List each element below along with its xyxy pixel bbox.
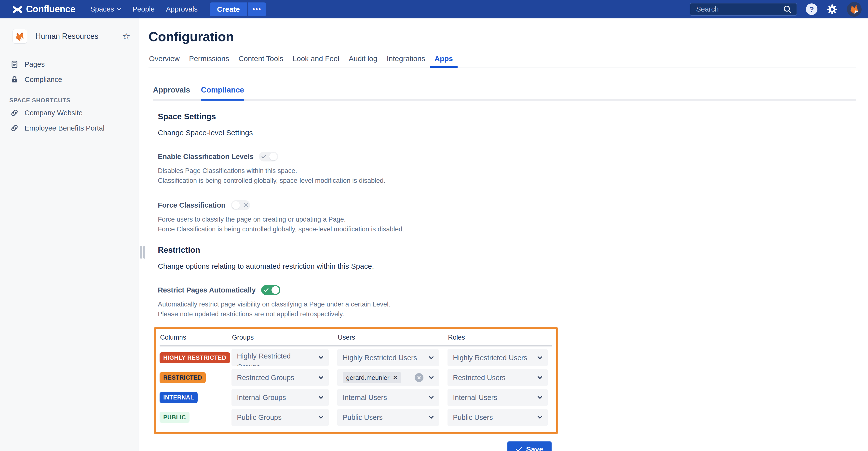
column-header: Roles: [448, 334, 548, 341]
setting-description: Force users to classify the page on crea…: [158, 215, 856, 234]
remove-tag-icon[interactable]: ✕: [393, 374, 398, 381]
chevron-down-icon: [117, 8, 121, 10]
section-heading: Space Settings: [158, 112, 856, 121]
table-row: PUBLIC Public Groups Public Users Public…: [160, 409, 552, 426]
sidebar-item-pages[interactable]: Pages: [0, 57, 139, 72]
nav-item-approvals[interactable]: Approvals: [160, 0, 203, 19]
level-badge-restricted: RESTRICTED: [160, 372, 206, 383]
page-title: Configuration: [149, 29, 856, 44]
space-avatar: [13, 29, 27, 43]
link-icon: [10, 109, 19, 117]
selected-user-tag: gerard.meunier ✕: [343, 372, 401, 383]
check-icon: [261, 155, 266, 159]
create-split-button: Create •••: [210, 2, 266, 16]
confluence-logo[interactable]: Confluence: [12, 4, 75, 14]
chevron-down-icon: [537, 356, 542, 359]
space-shortcuts-header: SPACE SHORTCUTS: [0, 87, 139, 105]
chevron-down-icon: [537, 376, 542, 379]
roles-select[interactable]: Internal Users: [447, 389, 548, 406]
sidebar-resize-handle[interactable]: [140, 246, 145, 259]
shortcut-label: Company Website: [25, 109, 83, 117]
column-header: Users: [338, 334, 439, 341]
tab-integrations[interactable]: Integrations: [382, 55, 430, 67]
table-header-row: Columns Groups Users Roles: [160, 332, 552, 341]
sidebar-item-label: Compliance: [25, 75, 62, 84]
level-badge-highly-restricted: HIGHLY RESTRICTED: [160, 352, 230, 363]
roles-select[interactable]: Public Users: [447, 409, 548, 426]
chevron-down-icon: [319, 356, 323, 359]
chevron-down-icon: [429, 356, 434, 359]
nav-item-people[interactable]: People: [127, 0, 160, 19]
star-favorite-button[interactable]: ☆: [122, 32, 130, 41]
users-select[interactable]: Highly Restricted Users: [337, 349, 439, 366]
page-icon: [10, 60, 19, 68]
level-badge-internal: INTERNAL: [160, 392, 197, 403]
sidebar-item-compliance[interactable]: Compliance: [0, 72, 139, 87]
space-name: Human Resources: [35, 32, 122, 41]
tab-overview[interactable]: Overview: [149, 55, 184, 67]
setting-description: Automatically restrict page visibility o…: [158, 299, 856, 319]
check-icon: [516, 447, 522, 451]
restrict-pages-automatically-toggle[interactable]: [261, 285, 280, 295]
create-button[interactable]: Create: [210, 2, 247, 16]
lock-icon: [10, 75, 19, 84]
more-actions-button[interactable]: •••: [248, 2, 266, 16]
subtab-approvals[interactable]: Approvals: [153, 86, 190, 99]
chevron-down-icon: [537, 396, 542, 399]
more-icon: •••: [253, 5, 261, 13]
section-heading: Restriction: [158, 246, 856, 255]
help-button[interactable]: ?: [806, 3, 817, 15]
tab-permissions[interactable]: Permissions: [184, 55, 234, 67]
section-subheading: Change options relating to automated res…: [158, 262, 856, 270]
fox-space-logo-icon: [14, 31, 26, 42]
table-header-divider: [160, 345, 552, 347]
question-icon: ?: [809, 5, 814, 13]
groups-select[interactable]: Public Groups: [231, 409, 329, 426]
column-header: Groups: [232, 334, 329, 341]
restriction-section: Restriction Change options relating to a…: [158, 246, 856, 319]
top-nav: Confluence Spaces People Approvals Creat…: [0, 0, 868, 19]
settings-gear-button[interactable]: [826, 3, 838, 15]
link-icon: [10, 124, 19, 132]
table-row: INTERNAL Internal Groups Internal Users …: [160, 389, 552, 406]
groups-select[interactable]: Highly Restricted Groups: [231, 349, 329, 366]
tab-apps[interactable]: Apps: [430, 55, 458, 68]
tab-look-and-feel[interactable]: Look and Feel: [288, 55, 344, 67]
shortcut-employee-benefits-portal[interactable]: Employee Benefits Portal: [0, 121, 139, 136]
main-content: Configuration Overview Permissions Conte…: [139, 19, 868, 451]
shortcut-company-website[interactable]: Company Website: [0, 105, 139, 121]
clear-all-icon[interactable]: [414, 373, 424, 382]
fox-avatar-icon: [848, 4, 860, 15]
table-row: RESTRICTED Restricted Groups gerard.meun…: [160, 369, 552, 386]
tab-audit-log[interactable]: Audit log: [344, 55, 382, 67]
section-subheading: Change Space-level Settings: [158, 129, 856, 137]
chevron-down-icon: [429, 396, 434, 399]
config-tabs: Overview Permissions Content Tools Look …: [149, 55, 856, 67]
search-box: [690, 3, 797, 16]
users-select[interactable]: Public Users: [337, 409, 439, 426]
restriction-mapping-table: Columns Groups Users Roles HIGHLY RESTRI…: [154, 327, 558, 434]
search-icon[interactable]: [782, 4, 793, 14]
shortcut-label: Employee Benefits Portal: [25, 124, 104, 132]
setting-label: Enable Classification Levels: [158, 153, 254, 161]
gear-icon: [826, 3, 838, 15]
table-row: HIGHLY RESTRICTED Highly Restricted Grou…: [160, 349, 552, 366]
roles-select[interactable]: Restricted Users: [447, 369, 548, 386]
subtab-compliance[interactable]: Compliance: [201, 86, 244, 101]
check-icon: [264, 288, 269, 292]
save-button[interactable]: Save: [507, 442, 552, 451]
chevron-down-icon: [319, 416, 323, 419]
user-avatar[interactable]: [847, 2, 862, 17]
groups-select[interactable]: Restricted Groups: [231, 369, 329, 386]
groups-select[interactable]: Internal Groups: [231, 389, 329, 406]
enable-classification-levels-toggle: [259, 152, 278, 161]
users-multiselect[interactable]: gerard.meunier ✕: [337, 369, 439, 386]
nav-item-spaces[interactable]: Spaces: [85, 0, 127, 19]
roles-select[interactable]: Highly Restricted Users: [447, 349, 548, 366]
search-input[interactable]: [696, 5, 782, 13]
space-settings-section: Space Settings Change Space-level Settin…: [158, 112, 856, 234]
users-select[interactable]: Internal Users: [337, 389, 439, 406]
chevron-down-icon: [319, 396, 323, 399]
chevron-down-icon: [319, 376, 323, 379]
tab-content-tools[interactable]: Content Tools: [234, 55, 288, 67]
